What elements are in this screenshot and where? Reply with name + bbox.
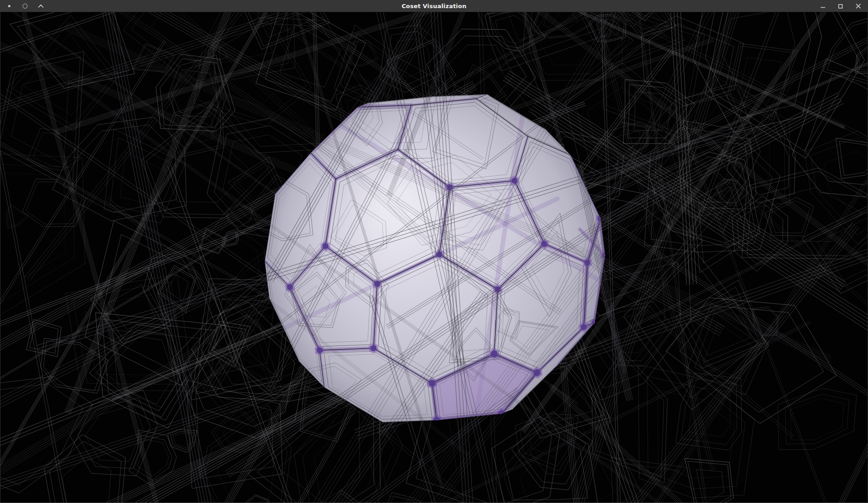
close-glyph bbox=[855, 3, 861, 9]
window-title: Coset Visualization bbox=[0, 0, 868, 12]
close-icon[interactable] bbox=[855, 0, 861, 12]
dot-glyph bbox=[8, 5, 10, 7]
dot-icon[interactable] bbox=[6, 0, 12, 12]
maximize-glyph bbox=[838, 4, 843, 9]
titlebar[interactable]: Coset Visualization bbox=[0, 0, 868, 12]
titlebar-right-controls bbox=[820, 0, 861, 12]
minimize-icon[interactable] bbox=[820, 0, 826, 12]
circle-icon[interactable] bbox=[22, 0, 28, 12]
circle-glyph bbox=[23, 4, 28, 9]
minimize-glyph bbox=[820, 4, 826, 9]
app-window: Coset Visualization bbox=[0, 0, 868, 503]
chevron-up-icon[interactable] bbox=[37, 0, 44, 12]
visualization-canvas[interactable] bbox=[0, 12, 868, 503]
maximize-icon[interactable] bbox=[837, 0, 844, 12]
chevron-up-glyph bbox=[38, 4, 44, 8]
titlebar-left-controls bbox=[6, 0, 44, 12]
